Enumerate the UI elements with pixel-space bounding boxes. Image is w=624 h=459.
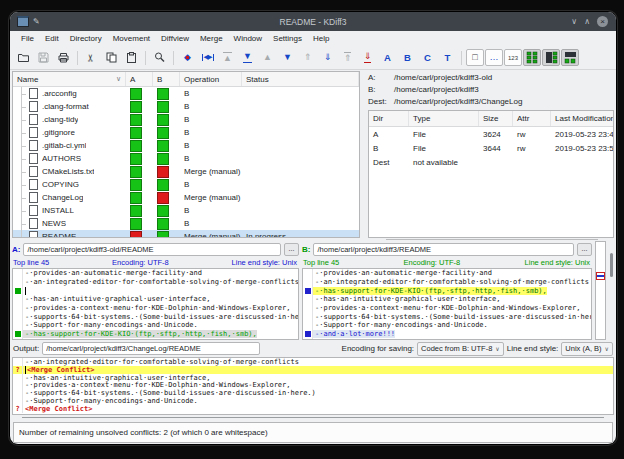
show-line-numbers-button[interactable]: 123: [504, 49, 522, 66]
menu-file[interactable]: File: [16, 33, 39, 44]
pane-a-editor[interactable]: -·provides·an·automatic·merge·facility·a…: [12, 268, 299, 340]
minimize-button[interactable]: ∨: [571, 17, 577, 27]
tree-row-ChangeLog[interactable]: ChangeLogMerge (manual): [13, 191, 359, 204]
cut-button[interactable]: ✂: [82, 48, 101, 67]
diff-line: -·provides·a·context·menu·for·KDE-Dolphi…: [13, 381, 613, 389]
diff-scrollbar[interactable]: [609, 241, 614, 340]
column-name[interactable]: Name ∨: [13, 72, 126, 86]
tree-row-.gitlab-ci.yml[interactable]: .gitlab-ci.ymlB: [13, 139, 359, 152]
pane-b-path-input[interactable]: [313, 243, 574, 256]
file-icon: [29, 101, 38, 112]
tree-row-INSTALL[interactable]: INSTALLB: [13, 204, 359, 217]
word-wrap-button[interactable]: T: [438, 48, 457, 67]
show-window-c-button[interactable]: [561, 49, 579, 66]
show-whitespace-characters-button[interactable]: …: [485, 49, 503, 66]
select-line-b-button[interactable]: B: [398, 48, 417, 67]
go-first-delta-button[interactable]: ▲: [218, 48, 237, 67]
tree-row-.clang-tidy[interactable]: .clang-tidyB: [13, 113, 359, 126]
pane-a-browse-button[interactable]: ...: [284, 243, 299, 256]
menu-movement[interactable]: Movement: [108, 33, 155, 44]
show-window-b-button[interactable]: [542, 49, 560, 66]
menu-merge[interactable]: Merge: [195, 33, 228, 44]
column-b[interactable]: B: [153, 72, 180, 86]
output-label: Output:: [13, 344, 39, 353]
cell-a: [126, 230, 153, 237]
show-whitespace-button[interactable]: □: [466, 49, 484, 66]
tree-row-COPYING[interactable]: COPYINGB: [13, 178, 359, 191]
go-prev-conflict-button[interactable]: ⇑: [298, 48, 317, 67]
find-button[interactable]: [150, 48, 169, 67]
tree-branch: [15, 113, 28, 126]
pane-b-browse-button[interactable]: ...: [577, 243, 592, 256]
top-bottom-splitter[interactable]: [10, 238, 616, 241]
tree-info-splitter[interactable]: [360, 71, 368, 238]
column-status[interactable]: Status: [242, 72, 359, 86]
scrollbar-handle[interactable]: [610, 253, 613, 277]
go-next-delta-button[interactable]: ▼: [278, 48, 297, 67]
select-line-c-button[interactable]: C: [418, 48, 437, 67]
go-next-unsolved-conflict-button[interactable]: ⇓: [358, 48, 377, 67]
diff-line: ?<Merge Conflict>: [13, 366, 613, 374]
menu-window[interactable]: Window: [229, 33, 267, 44]
file-icon: [29, 166, 38, 177]
print-button[interactable]: [54, 48, 73, 67]
go-last-delta-button[interactable]: ▼: [238, 48, 257, 67]
status-cell: [242, 113, 359, 126]
info-cell: 2019-05-23 23:50:25: [551, 144, 614, 153]
column-a[interactable]: A: [126, 72, 153, 86]
tree-row-.clang-format[interactable]: .clang-formatB: [13, 100, 359, 113]
menu-settings[interactable]: Settings: [268, 33, 307, 44]
encoding-for-saving-label: Encoding for saving:: [342, 344, 415, 353]
print-icon: [57, 51, 70, 64]
go-prev-unsolved-conflict-icon: ⇑: [344, 52, 352, 63]
go-current-delta-button[interactable]: ◆: [178, 48, 197, 67]
tree-row-README[interactable]: READMEMerge (manual)In progress...: [13, 230, 359, 237]
pane-a-line-end: Line end style: Unix: [232, 258, 297, 267]
maximize-button[interactable]: ∧: [584, 17, 590, 27]
menu-diffview[interactable]: Diffview: [156, 33, 194, 44]
go-next-conflict-button[interactable]: ⇓: [318, 48, 337, 67]
cell-a: [126, 126, 153, 139]
copy-button[interactable]: [102, 48, 121, 67]
info-cell: rw: [513, 144, 551, 153]
select-line-a-button[interactable]: A: [378, 48, 397, 67]
line-end-select[interactable]: Unix (A, B) ∨: [561, 342, 613, 356]
cell-b: [153, 152, 180, 165]
show-window-a-button[interactable]: [523, 49, 541, 66]
tree-row-AUTHORS[interactable]: AUTHORSB: [13, 152, 359, 165]
diff-overview-column[interactable]: [595, 241, 606, 340]
info-dest-path: /home/carl/project/kdiff3/ChangeLog: [394, 97, 522, 106]
cell-b: [153, 113, 180, 126]
merge-output-editor[interactable]: -·an·integrated·editor·for·comfortable·s…: [12, 357, 614, 415]
info-cell: A: [369, 130, 409, 139]
tree-row-NEWS[interactable]: NEWSB: [13, 217, 359, 230]
column-operation[interactable]: Operation: [180, 72, 242, 86]
menu-directory[interactable]: Directory: [65, 33, 107, 44]
menu-help[interactable]: Help: [308, 33, 334, 44]
tree-row-.gitignore[interactable]: .gitignoreB: [13, 126, 359, 139]
pane-a-path-input[interactable]: [23, 243, 281, 256]
fit-to-window-width-button[interactable]: ◀▶: [198, 48, 217, 67]
output-status-splitter[interactable]: [10, 415, 616, 421]
file-icon: [29, 192, 38, 203]
diff-line: ?<Merge Conflict>: [13, 405, 613, 413]
go-prev-unsolved-conflict-button[interactable]: ⇑: [338, 48, 357, 67]
tree-row-CMakeLists.txt[interactable]: CMakeLists.txtMerge (manual): [13, 165, 359, 178]
kdiff3-window: ✎ README - KDiff3 ∨ ∧ × FileEditDirector…: [9, 11, 617, 445]
paste-button[interactable]: [122, 48, 141, 67]
file-name: README: [42, 232, 76, 237]
diff-margin: [303, 321, 313, 330]
pane-b-editor[interactable]: -·provides·an·automatic·merge·facility·a…: [302, 268, 592, 340]
tree-branch: [15, 126, 28, 139]
menu-edit[interactable]: Edit: [40, 33, 64, 44]
close-button[interactable]: ×: [597, 16, 608, 27]
tree-row-.arcconfig[interactable]: .arcconfigB: [13, 87, 359, 100]
diff-pane-a: A: ... Top line 45 Encoding: UTF-8 Line …: [12, 241, 299, 340]
info-cell: File: [409, 144, 479, 153]
go-prev-delta-button[interactable]: ▲: [258, 48, 277, 67]
titlebar[interactable]: ✎ README - KDiff3 ∨ ∧ ×: [10, 12, 616, 31]
encoding-select[interactable]: Codec from B: UTF-8 ∨: [417, 342, 504, 356]
green-square-icon: [130, 218, 142, 230]
open-button[interactable]: [14, 48, 33, 67]
output-path-input[interactable]: [42, 342, 260, 355]
